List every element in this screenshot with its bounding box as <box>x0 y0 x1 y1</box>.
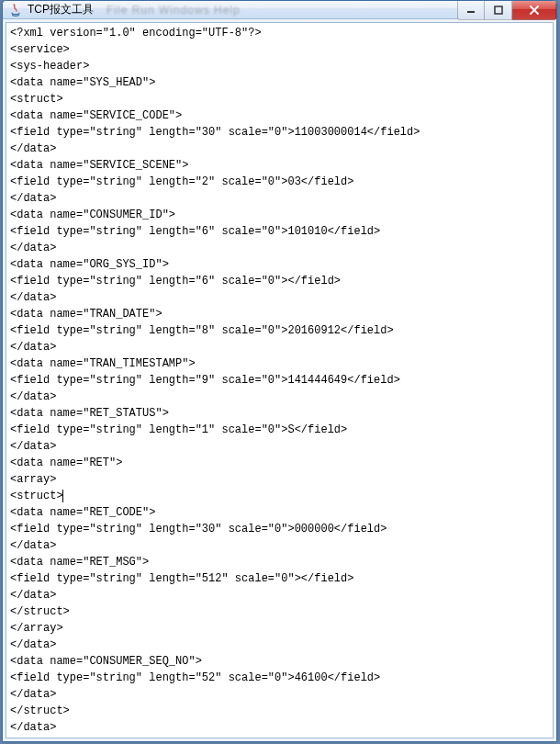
xml-line: </data> <box>10 339 549 355</box>
title-bar[interactable]: TCP报文工具 File Run Windows Help <box>3 1 556 19</box>
xml-line: <data name="SERVICE_SCENE"> <box>10 157 549 174</box>
xml-line: </data> <box>10 587 549 603</box>
maximize-button[interactable] <box>485 1 512 20</box>
content-area: <?xml version="1.0" encoding="UTF-8"?><s… <box>3 19 556 741</box>
xml-line: </data> <box>10 141 549 157</box>
xml-line: <data name="RET"> <box>10 455 549 471</box>
xml-text-pane[interactable]: <?xml version="1.0" encoding="UTF-8"?><s… <box>6 22 554 738</box>
xml-line: <data name="RET_STATUS"> <box>10 405 549 422</box>
xml-line: </struct> <box>10 603 549 620</box>
xml-line: </data> <box>10 289 549 306</box>
xml-line: <data name="RET_MSG"> <box>10 554 549 570</box>
window-title: TCP报文工具 <box>28 2 94 17</box>
xml-line: <data name="ORG_SYS_ID"> <box>10 256 549 273</box>
xml-line: </data> <box>10 240 549 256</box>
xml-line: </array> <box>10 620 549 637</box>
xml-line: <data name="TRAN_DATE"> <box>10 306 549 322</box>
xml-line: <data name="TRAN_TIMESTAMP"> <box>10 355 549 372</box>
xml-line: </struct> <box>10 703 549 719</box>
xml-line: <struct> <box>10 91 549 107</box>
xml-line: <field type="string" length="30" scale="… <box>10 521 549 537</box>
xml-line: <field type="string" length="2" scale="0… <box>10 174 549 190</box>
xml-line: <struct> <box>10 488 549 504</box>
xml-line: <data name="SYS_HEAD"> <box>10 74 549 91</box>
java-icon <box>8 3 23 17</box>
xml-line: </data> <box>10 389 549 405</box>
xml-line: <data name="CONSUMER_SEQ_NO"> <box>10 653 549 670</box>
xml-line: <data name="CONSUMER_ID"> <box>10 207 549 223</box>
xml-line: <field type="string" length="30" scale="… <box>10 124 549 141</box>
xml-line: <array> <box>10 471 549 488</box>
xml-line: </data> <box>10 686 549 703</box>
xml-line: <field type="string" length="512" scale=… <box>10 570 549 587</box>
app-window: TCP报文工具 File Run Windows Help <?xml vers… <box>2 0 557 742</box>
xml-line: </data> <box>10 190 549 207</box>
svg-rect-0 <box>467 11 475 13</box>
xml-line: <field type="string" length="52" scale="… <box>10 670 549 686</box>
text-caret <box>62 490 63 502</box>
close-button[interactable] <box>512 1 556 20</box>
minimize-button[interactable] <box>457 1 485 20</box>
xml-line: </data> <box>10 438 549 455</box>
xml-line: </data> <box>10 637 549 653</box>
xml-line: </data> <box>10 537 549 554</box>
window-controls <box>457 1 556 20</box>
xml-line: <data name="RET_CODE"> <box>10 504 549 521</box>
xml-line: <field type="string" length="6" scale="0… <box>10 273 549 289</box>
xml-line: <data name="SERVICE_CODE"> <box>10 107 549 124</box>
menu-bar-blurred: File Run Windows Help <box>106 4 241 17</box>
xml-line: <sys-header> <box>10 58 549 74</box>
xml-line: <?xml version="1.0" encoding="UTF-8"?> <box>10 25 549 41</box>
xml-line: <field type="string" length="1" scale="0… <box>10 422 549 438</box>
xml-line: <field type="string" length="8" scale="0… <box>10 322 549 339</box>
svg-rect-1 <box>495 6 502 14</box>
xml-line: <field type="string" length="9" scale="0… <box>10 372 549 389</box>
xml-line: <field type="string" length="6" scale="0… <box>10 223 549 240</box>
xml-line: </data> <box>10 719 549 736</box>
xml-line: <service> <box>10 41 549 58</box>
